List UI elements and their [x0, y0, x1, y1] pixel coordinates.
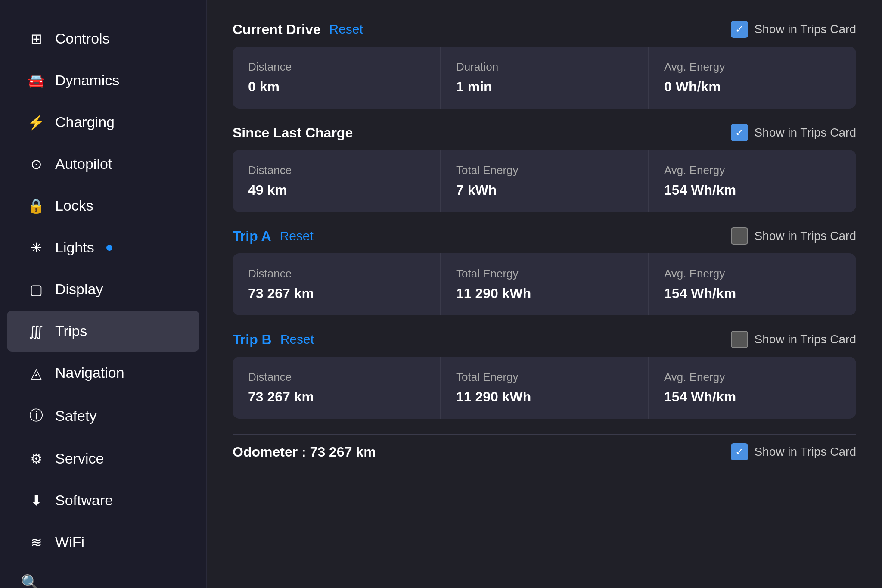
sidebar-item-label-controls: Controls	[55, 30, 110, 47]
since-last-charge-show-trips: ✓ Show in Trips Card	[731, 124, 856, 141]
sidebar-item-display[interactable]: ▢Display	[7, 269, 199, 310]
trip-b-show-label: Show in Trips Card	[754, 333, 856, 346]
controls-icon: ⊞	[28, 31, 45, 47]
trip-b-title: Trip B	[233, 332, 272, 348]
sidebar-item-trips[interactable]: ∭Trips	[7, 311, 199, 352]
current-drive-distance-value: 0 km	[248, 79, 425, 95]
sidebar-item-dynamics[interactable]: 🚘Dynamics	[7, 60, 199, 101]
sidebar-item-label-charging: Charging	[55, 114, 115, 131]
since-last-charge-checkbox[interactable]: ✓	[731, 124, 748, 141]
trip-a-show-trips: Show in Trips Card	[731, 227, 856, 245]
current-drive-distance-cell: Distance 0 km	[233, 47, 441, 109]
trip-a-reset[interactable]: Reset	[280, 229, 313, 243]
current-drive-checkbox[interactable]: ✓	[731, 21, 748, 38]
since-last-charge-section: Since Last Charge ✓ Show in Trips Card D…	[233, 124, 856, 212]
current-drive-duration-cell: Duration 1 min	[441, 47, 649, 109]
search-icon[interactable]: 🔍	[21, 574, 40, 588]
current-drive-section: Current Drive Reset ✓ Show in Trips Card…	[233, 21, 856, 109]
sidebar-item-controls[interactable]: ⊞Controls	[7, 18, 199, 59]
trip-a-card: Distance 73 267 km Total Energy 11 290 k…	[233, 253, 856, 315]
current-drive-show-trips: ✓ Show in Trips Card	[731, 21, 856, 38]
since-last-charge-header: Since Last Charge ✓ Show in Trips Card	[233, 124, 856, 141]
trips-icon: ∭	[28, 323, 45, 339]
lights-icon: ✳	[28, 240, 45, 256]
sidebar-item-label-navigation: Navigation	[55, 364, 124, 381]
odometer-show-label: Show in Trips Card	[754, 445, 856, 459]
trip-b-show-trips: Show in Trips Card	[731, 331, 856, 348]
navigation-icon: ◬	[28, 365, 45, 381]
trip-b-avg-energy-label: Avg. Energy	[664, 370, 841, 384]
slc-avg-energy-value: 154 Wh/km	[664, 182, 841, 198]
since-last-charge-card: Distance 49 km Total Energy 7 kWh Avg. E…	[233, 150, 856, 212]
current-drive-reset[interactable]: Reset	[329, 22, 363, 37]
dynamics-icon: 🚘	[28, 72, 45, 89]
software-icon: ⬇	[28, 492, 45, 509]
sidebar-item-lights[interactable]: ✳Lights	[7, 227, 199, 268]
trip-b-card: Distance 73 267 km Total Energy 11 290 k…	[233, 357, 856, 419]
slc-total-energy-label: Total Energy	[456, 164, 633, 177]
trip-b-reset[interactable]: Reset	[280, 332, 314, 347]
current-drive-energy-label: Avg. Energy	[664, 60, 841, 74]
trip-b-distance-value: 73 267 km	[248, 389, 425, 405]
sidebar-item-label-wifi: WiFi	[55, 534, 84, 551]
trip-a-total-energy-label: Total Energy	[456, 267, 633, 280]
since-last-charge-show-label: Show in Trips Card	[754, 126, 856, 140]
trip-a-distance-label: Distance	[248, 267, 425, 280]
current-drive-show-label: Show in Trips Card	[754, 22, 856, 36]
sidebar-item-label-locks: Locks	[55, 197, 93, 214]
sidebar-item-label-autopilot: Autopilot	[55, 156, 112, 172]
locks-icon: 🔒	[28, 198, 45, 214]
current-drive-title: Current Drive	[233, 22, 321, 37]
sidebar-item-label-dynamics: Dynamics	[55, 72, 119, 89]
sidebar: ⊞Controls🚘Dynamics⚡Charging⊙Autopilot🔒Lo…	[0, 0, 207, 588]
sidebar-item-navigation[interactable]: ◬Navigation	[7, 352, 199, 393]
trip-a-avg-energy-label: Avg. Energy	[664, 267, 841, 280]
current-drive-card: Distance 0 km Duration 1 min Avg. Energy…	[233, 47, 856, 109]
sidebar-item-wifi[interactable]: ≋WiFi	[7, 522, 199, 563]
sidebar-item-charging[interactable]: ⚡Charging	[7, 102, 199, 143]
sidebar-item-locks[interactable]: 🔒Locks	[7, 185, 199, 226]
current-drive-header: Current Drive Reset ✓ Show in Trips Card	[233, 21, 856, 38]
odometer-checkbox[interactable]: ✓	[731, 443, 748, 460]
main-content: Current Drive Reset ✓ Show in Trips Card…	[207, 0, 882, 588]
slc-distance-label: Distance	[248, 164, 425, 177]
sidebar-item-label-service: Service	[55, 450, 104, 467]
sidebar-item-label-software: Software	[55, 492, 113, 509]
sidebar-item-autopilot[interactable]: ⊙Autopilot	[7, 143, 199, 184]
trip-b-avg-energy-value: 154 Wh/km	[664, 389, 841, 405]
trip-a-checkbox[interactable]	[731, 227, 748, 245]
trip-b-avg-energy-cell: Avg. Energy 154 Wh/km	[649, 357, 856, 419]
odometer-label: Odometer : 73 267 km	[233, 444, 376, 460]
trip-a-show-label: Show in Trips Card	[754, 229, 856, 243]
trip-a-energy-cell: Total Energy 11 290 kWh	[441, 253, 649, 315]
since-last-charge-title: Since Last Charge	[233, 125, 353, 141]
sidebar-item-label-display: Display	[55, 281, 103, 298]
current-drive-duration-label: Duration	[456, 60, 633, 74]
sidebar-item-label-safety: Safety	[55, 408, 96, 424]
trip-a-distance-value: 73 267 km	[248, 286, 425, 302]
display-icon: ▢	[28, 281, 45, 298]
trip-b-checkbox[interactable]	[731, 331, 748, 348]
trip-b-total-energy-label: Total Energy	[456, 370, 633, 384]
sidebar-item-safety[interactable]: ⓘSafety	[7, 394, 199, 437]
lights-dot	[106, 245, 112, 251]
trip-a-header: Trip A Reset Show in Trips Card	[233, 227, 856, 245]
slc-energy-cell: Total Energy 7 kWh	[441, 150, 649, 212]
wifi-icon: ≋	[28, 534, 45, 551]
slc-distance-cell: Distance 49 km	[233, 150, 441, 212]
trip-b-section: Trip B Reset Show in Trips Card Distance…	[233, 331, 856, 419]
sidebar-item-label-lights: Lights	[55, 239, 94, 256]
current-drive-duration-value: 1 min	[456, 79, 633, 95]
sidebar-item-service[interactable]: ⚙Service	[7, 438, 199, 479]
trip-b-total-energy-value: 11 290 kWh	[456, 389, 633, 405]
slc-distance-value: 49 km	[248, 182, 425, 198]
odometer-show-trips: ✓ Show in Trips Card	[731, 443, 856, 460]
trip-a-avg-energy-cell: Avg. Energy 154 Wh/km	[649, 253, 856, 315]
search-area: 🔍	[0, 563, 206, 588]
current-drive-distance-label: Distance	[248, 60, 425, 74]
trip-a-section: Trip A Reset Show in Trips Card Distance…	[233, 227, 856, 315]
safety-icon: ⓘ	[28, 406, 45, 425]
sidebar-item-software[interactable]: ⬇Software	[7, 480, 199, 521]
trip-a-total-energy-value: 11 290 kWh	[456, 286, 633, 302]
odometer-row: Odometer : 73 267 km ✓ Show in Trips Car…	[233, 434, 856, 469]
